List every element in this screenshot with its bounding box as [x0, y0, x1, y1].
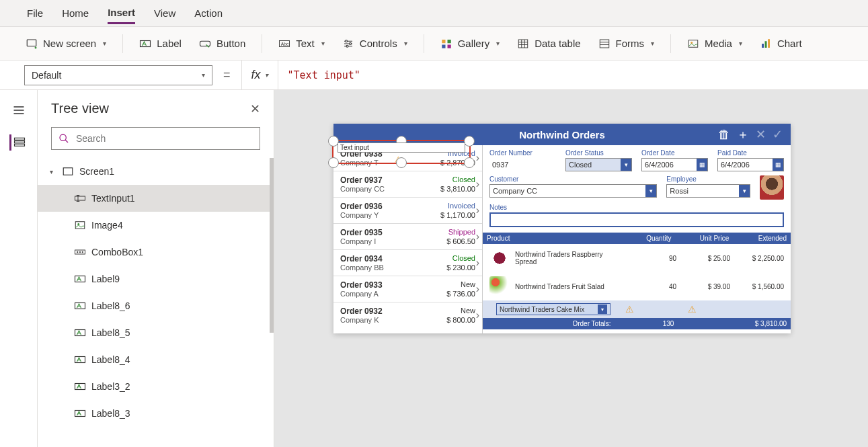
order-row[interactable]: Order 0935ShippedCompany I$ 606.50› — [333, 224, 482, 250]
tree-item-screen1[interactable]: ▾ Screen1 — [38, 158, 274, 185]
chevron-right-icon[interactable]: › — [476, 152, 479, 164]
chart-button[interactable]: Chart — [756, 35, 806, 52]
formula-input[interactable] — [278, 60, 748, 89]
svg-rect-21 — [15, 144, 25, 146]
order-row[interactable]: Order 0934ClosedCompany BB$ 230.00› — [333, 250, 482, 276]
svg-rect-9 — [447, 40, 450, 43]
chevron-right-icon[interactable]: › — [476, 178, 479, 190]
chevron-right-icon[interactable]: › — [476, 257, 479, 269]
search-input[interactable] — [51, 127, 260, 150]
svg-rect-20 — [15, 138, 25, 140]
close-icon[interactable]: ✕ — [756, 127, 766, 142]
warning-icon: ⚠ — [625, 304, 634, 315]
svg-point-22 — [60, 134, 66, 140]
combobox-icon — [74, 246, 86, 258]
gallery-button[interactable]: Gallery▾ — [436, 35, 504, 52]
customer-combo[interactable]: Company CC▾ — [489, 184, 657, 198]
order-row[interactable]: Order 0937ClosedCompany CC$ 3,810.00› — [333, 171, 482, 198]
controls-icon — [342, 38, 354, 50]
menu-insert[interactable]: Insert — [108, 3, 135, 24]
product-row[interactable]: Northwind Traders Fruit Salad40$ 39.00$ … — [489, 272, 784, 300]
tree-view-icon[interactable] — [9, 134, 26, 151]
tree-item-label8-3[interactable]: Label8_3 — [38, 400, 274, 427]
table-icon — [517, 38, 529, 50]
data-table-button[interactable]: Data table — [513, 35, 584, 52]
tree-item-label8-6[interactable]: Label8_6 — [38, 292, 274, 319]
tree-item-label9[interactable]: Label9 — [38, 266, 274, 292]
chevron-down-icon: ▾ — [404, 40, 407, 47]
notes-input[interactable] — [489, 212, 784, 227]
app-preview: Northwind Orders 🗑 ＋ ✕ ✓ — [333, 124, 791, 333]
order-row[interactable]: Text input Order 0938 Invoiced Company T… — [333, 145, 482, 171]
menu-view[interactable]: View — [154, 3, 175, 23]
order-row[interactable]: Order 0932NewCompany K$ 800.00› — [333, 302, 482, 328]
search-icon — [58, 133, 69, 144]
new-screen-button[interactable]: New screen▾ — [22, 35, 110, 52]
tree-item-textinput1[interactable]: TextInput1 — [38, 185, 274, 212]
product-row[interactable]: Northwind Traders Raspberry Spread90$ 25… — [489, 244, 784, 272]
order-row[interactable]: Order 0936InvoicedCompany Y$ 1,170.00› — [333, 198, 482, 224]
chart-icon — [760, 38, 772, 50]
controls-button[interactable]: Controls▾ — [338, 35, 411, 52]
svg-rect-19 — [15, 141, 25, 143]
tree-item-image4[interactable]: Image4 — [38, 212, 274, 239]
svg-point-6 — [349, 42, 351, 44]
svg-point-29 — [79, 251, 81, 253]
hamburger-icon[interactable] — [11, 102, 27, 118]
add-product-combo[interactable]: Northwind Traders Cake Mix▾ — [496, 303, 610, 315]
label-icon — [74, 300, 86, 312]
svg-rect-13 — [600, 40, 609, 48]
menu-file[interactable]: File — [27, 3, 43, 23]
label-icon — [74, 380, 86, 393]
tree-item-label8-4[interactable]: Label8_4 — [38, 346, 274, 373]
orderdate-field[interactable]: 6/4/2006▦ — [641, 158, 708, 171]
chevron-down-icon: ▾ — [598, 304, 607, 314]
close-icon[interactable]: ✕ — [250, 101, 260, 116]
paiddate-field[interactable]: 6/4/2006▦ — [717, 158, 784, 171]
canvas[interactable]: Northwind Orders 🗑 ＋ ✕ ✓ — [274, 90, 868, 447]
order-detail: Order Number0937 Order StatusClosed▾ Ord… — [483, 145, 791, 333]
formula-bar: Default ▾ = fx▾ — [0, 60, 868, 90]
menu-home[interactable]: Home — [62, 3, 89, 23]
left-rail — [0, 90, 38, 447]
svg-rect-2 — [200, 41, 210, 46]
svg-rect-14 — [688, 40, 698, 47]
trash-icon[interactable]: 🗑 — [718, 128, 730, 142]
chevron-right-icon[interactable]: › — [476, 204, 479, 216]
media-icon — [687, 38, 699, 50]
scrollbar-thumb[interactable] — [270, 158, 274, 333]
text-button[interactable]: Abc Text▾ — [274, 35, 329, 52]
forms-button[interactable]: Forms▾ — [594, 35, 659, 52]
chevron-right-icon[interactable]: › — [476, 309, 479, 321]
products-header: Product Quantity Unit Price Extended — [483, 233, 791, 244]
plus-icon[interactable]: ＋ — [737, 126, 749, 143]
tree-item-label3-2[interactable]: Label3_2 — [38, 373, 274, 400]
employee-combo[interactable]: Rossi▾ — [666, 184, 750, 198]
check-icon[interactable]: ✓ — [773, 127, 783, 142]
image-icon — [74, 219, 86, 231]
svg-rect-24 — [75, 196, 85, 200]
button-button[interactable]: Button — [195, 35, 249, 52]
calendar-icon: ▦ — [697, 159, 707, 171]
fx-button[interactable]: fx▾ — [242, 68, 278, 82]
property-selector[interactable]: Default ▾ — [24, 65, 212, 85]
employee-label: Employee — [666, 175, 750, 183]
equals-sign: = — [223, 68, 231, 82]
button-icon — [199, 38, 211, 50]
chevron-right-icon[interactable]: › — [476, 231, 479, 243]
text-input-control[interactable]: Text input — [338, 143, 465, 153]
menu-action[interactable]: Action — [194, 3, 223, 23]
search-field[interactable] — [76, 133, 253, 144]
order-row[interactable]: Order 0933NewCompany A$ 736.00› — [333, 276, 482, 302]
order-list: Text input Order 0938 Invoiced Company T… — [333, 145, 483, 333]
media-button[interactable]: Media▾ — [683, 35, 746, 52]
add-product-row[interactable]: Northwind Traders Cake Mix▾ ⚠ ⚠ — [483, 300, 791, 318]
ordernum-label: Order Number — [489, 149, 556, 157]
chevron-right-icon[interactable]: › — [476, 283, 479, 295]
tree-item-label8-5[interactable]: Label8_5 — [38, 319, 274, 346]
tree-item-combobox1[interactable]: ComboBox1 — [38, 239, 274, 266]
product-image — [489, 248, 510, 268]
screen-icon — [62, 165, 74, 177]
label-button[interactable]: Label — [135, 35, 186, 52]
orderstatus-combo[interactable]: Closed▾ — [565, 158, 632, 171]
